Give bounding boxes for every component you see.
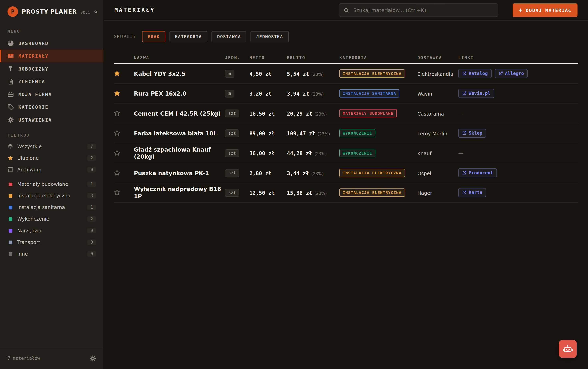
content: GRUPUJ: BRAKKATEGORIADOSTAWCAJEDNOSTKA N…	[104, 20, 588, 369]
favorite-star-outline-icon[interactable]	[114, 189, 120, 196]
external-link-icon	[462, 131, 467, 135]
favorite-star-filled-icon[interactable]	[114, 90, 120, 97]
filter-item-label: Narzędzia	[17, 228, 42, 234]
collapse-sidebar-button[interactable]: «	[94, 8, 98, 15]
group-by-brak[interactable]: BRAK	[142, 31, 165, 42]
netto-cell: 12,50 zł	[249, 189, 287, 196]
filter-item-narz-dzia[interactable]: Narzędzia0	[0, 225, 104, 236]
external-link-button-sklep[interactable]: Sklep	[458, 129, 486, 138]
no-links-dash: —	[458, 110, 463, 116]
app-name: PROSTY PLANER	[22, 8, 77, 15]
app-logo-icon: P	[8, 6, 18, 17]
filter-item-instalacja-sanitarna[interactable]: Instalacja sanitarna1	[0, 202, 104, 213]
category-badge: INSTALACJA ELEKTRYCZNA	[339, 69, 405, 78]
sidebar-item-kategorie[interactable]: KATEGORIE	[0, 101, 104, 113]
supplier-name: Elektroskandia	[417, 71, 453, 77]
external-link-button-producent[interactable]: Producent	[458, 168, 497, 177]
filter-item-archiwum[interactable]: Archiwum0	[0, 164, 104, 175]
category-color-swatch	[8, 229, 12, 233]
table-row[interactable]: Cement CEM I 42.5R (25kg)szt16,50 zł20,2…	[114, 103, 578, 123]
vat-note: (23%)	[311, 92, 324, 96]
filter-item-label: Wykończenie	[17, 216, 49, 222]
category-badge: WYKOŃCZENIE	[339, 129, 376, 137]
favorite-star-outline-icon[interactable]	[114, 150, 120, 156]
external-link-button-allegro[interactable]: Allegro	[494, 69, 528, 78]
filter-item-wszystkie[interactable]: Wszystkie7	[0, 141, 104, 152]
brutto-cell: 109,47 zł(23%)	[287, 130, 339, 137]
external-link-button-wavin-pl[interactable]: Wavin.pl	[458, 89, 494, 98]
table-row[interactable]: Puszka natynkowa PK-1szt2,80 zł3,44 zł(2…	[114, 163, 578, 183]
unit-chip: m	[225, 90, 234, 97]
favorite-cell	[114, 170, 134, 176]
search-input[interactable]	[352, 7, 494, 14]
main-area: MATERIAŁY + DODAJ MATERIAŁ GRUPUJ: BRAKK…	[104, 0, 588, 369]
search-icon	[343, 7, 349, 13]
links-cell: Producent	[458, 168, 578, 177]
category-color-swatch	[8, 240, 12, 244]
link-label: Wavin.pl	[469, 91, 490, 96]
favorite-cell	[114, 110, 134, 117]
filter-item-wyko-czenie[interactable]: Wykończenie2	[0, 213, 104, 225]
sidebar-item-zlecenia[interactable]: ZLECENIA	[0, 75, 104, 88]
unit-cell: szt	[225, 129, 249, 137]
sidebar-item-ustawienia[interactable]: USTAWIENIA	[0, 113, 104, 126]
favorite-star-filled-icon[interactable]	[114, 70, 120, 77]
category-color-swatch	[8, 182, 12, 186]
group-by-kategoria[interactable]: KATEGORIA	[169, 31, 207, 42]
category-badge: WYKOŃCZENIE	[339, 149, 376, 157]
filter-item-transport[interactable]: Transport0	[0, 236, 104, 248]
brutto-cell: 3,44 zł(23%)	[287, 169, 339, 176]
add-material-button[interactable]: + DODAJ MATERIAŁ	[513, 3, 578, 17]
table-row[interactable]: Gładź szpachlowa Knauf (20kg)szt36,00 zł…	[114, 143, 578, 163]
star-icon	[8, 155, 13, 161]
favorite-star-outline-icon[interactable]	[114, 130, 120, 136]
group-by-toolbar: GRUPUJ: BRAKKATEGORIADOSTAWCAJEDNOSTKA	[114, 31, 578, 42]
sidebar-item-materia-y[interactable]: MATERIAŁY	[0, 50, 104, 62]
column-header-jedn: JEDN.	[225, 55, 249, 60]
column-header-brutto: BRUTTO	[287, 55, 339, 60]
menu-item-label: DASHBOARD	[18, 40, 49, 46]
table-row[interactable]: Farba lateksowa biała 10Lszt89,00 zł109,…	[114, 123, 578, 143]
favorite-cell	[114, 150, 134, 156]
app-root: P PROSTY PLANER v0.1 « MENU DASHBOARDMAT…	[0, 0, 588, 369]
search-box[interactable]	[339, 3, 498, 17]
group-by-dostawca[interactable]: DOSTAWCA	[212, 31, 247, 42]
menu-item-label: ROBOCIZNY	[18, 66, 49, 71]
filter-item-ulubione[interactable]: Ulubione2	[0, 152, 104, 164]
no-links-dash: —	[458, 150, 463, 156]
filter-list: Wszystkie7Ulubione2Archiwum0Materiały bu…	[0, 141, 104, 260]
favorite-star-outline-icon[interactable]	[114, 170, 120, 176]
filter-count-badge: 1	[87, 205, 96, 210]
supplier-cell: Leroy Merlin	[417, 130, 458, 137]
table-row[interactable]: Rura PEX 16x2.0m3,20 zł3,94 zł(23%)INSTA…	[114, 83, 578, 103]
filter-item-materia-y-budowlane[interactable]: Materiały budowlane1	[0, 178, 104, 190]
app-version: v0.1	[81, 10, 90, 15]
menu-item-label: KATEGORIE	[18, 104, 49, 110]
netto-price: 4,50 zł	[249, 71, 272, 77]
category-badge: MATERIAŁY BUDOWLANE	[339, 109, 397, 117]
filter-count-badge: 0	[87, 167, 96, 172]
chatbot-fab[interactable]	[559, 340, 577, 358]
link-label: Producent	[469, 170, 493, 175]
group-by-jednostka[interactable]: JEDNOSTKA	[251, 31, 289, 42]
external-link-button-karta[interactable]: Karta	[458, 188, 486, 197]
unit-cell: m	[225, 69, 249, 78]
netto-cell: 2,80 zł	[249, 169, 287, 176]
footer-settings-gear-icon[interactable]	[90, 355, 96, 362]
favorite-star-outline-icon[interactable]	[114, 110, 120, 117]
external-link-button-katalog[interactable]: Katalog	[458, 69, 491, 78]
filter-item-instalacja-elektryczna[interactable]: Instalacja elektryczna3	[0, 190, 104, 202]
sidebar-item-moja-firma[interactable]: MOJA FIRMA	[0, 88, 104, 101]
sidebar-footer: 7 materiałów	[0, 347, 104, 369]
sidebar-item-dashboard[interactable]: DASHBOARD	[0, 37, 104, 50]
links-cell: —	[458, 150, 578, 156]
column-header-nazwa: NAZWA	[134, 55, 225, 60]
unit-chip: szt	[225, 110, 239, 117]
table-row[interactable]: Wyłącznik nadprądowy B16 1Pszt12,50 zł15…	[114, 183, 578, 203]
sidebar-item-robocizny[interactable]: ROBOCIZNY	[0, 62, 104, 75]
filter-item-inne[interactable]: Inne0	[0, 248, 104, 260]
table-row[interactable]: Kabel YDY 3x2.5m4,50 zł5,54 zł(23%)INSTA…	[114, 64, 578, 83]
netto-cell: 4,50 zł	[249, 70, 287, 77]
archive-icon	[8, 167, 13, 172]
supplier-name: Ospel	[417, 170, 431, 176]
